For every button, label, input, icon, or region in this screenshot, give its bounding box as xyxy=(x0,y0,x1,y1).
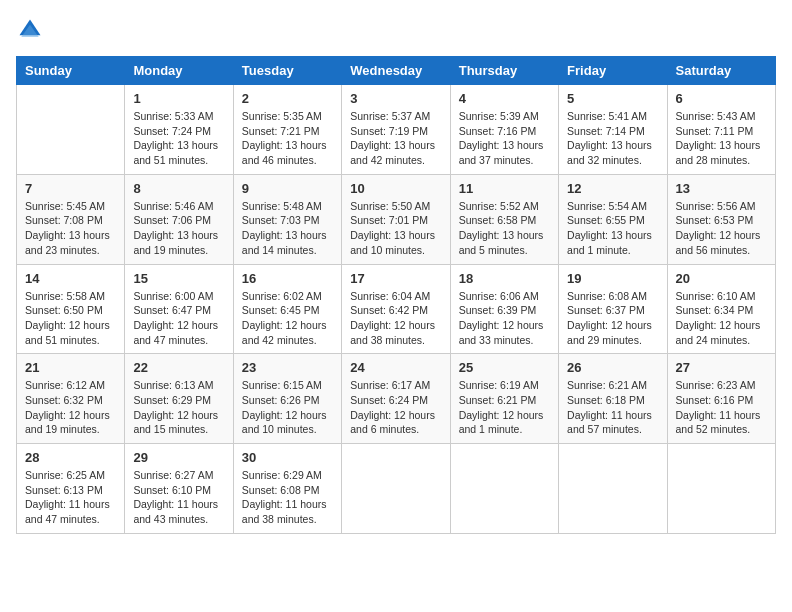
calendar-cell: 1Sunrise: 5:33 AMSunset: 7:24 PMDaylight… xyxy=(125,85,233,175)
day-info: Sunrise: 6:08 AMSunset: 6:37 PMDaylight:… xyxy=(567,289,658,348)
calendar-week-row: 21Sunrise: 6:12 AMSunset: 6:32 PMDayligh… xyxy=(17,354,776,444)
calendar-cell xyxy=(17,85,125,175)
logo-icon xyxy=(16,16,44,44)
day-info: Sunrise: 5:43 AMSunset: 7:11 PMDaylight:… xyxy=(676,109,767,168)
day-info: Sunrise: 5:54 AMSunset: 6:55 PMDaylight:… xyxy=(567,199,658,258)
calendar-cell: 26Sunrise: 6:21 AMSunset: 6:18 PMDayligh… xyxy=(559,354,667,444)
day-info: Sunrise: 5:50 AMSunset: 7:01 PMDaylight:… xyxy=(350,199,441,258)
day-info: Sunrise: 5:46 AMSunset: 7:06 PMDaylight:… xyxy=(133,199,224,258)
weekday-header-saturday: Saturday xyxy=(667,57,775,85)
calendar-week-row: 28Sunrise: 6:25 AMSunset: 6:13 PMDayligh… xyxy=(17,444,776,534)
calendar-cell: 11Sunrise: 5:52 AMSunset: 6:58 PMDayligh… xyxy=(450,174,558,264)
calendar-cell: 21Sunrise: 6:12 AMSunset: 6:32 PMDayligh… xyxy=(17,354,125,444)
day-number: 8 xyxy=(133,181,224,196)
calendar-header-row: SundayMondayTuesdayWednesdayThursdayFrid… xyxy=(17,57,776,85)
page-header xyxy=(16,16,776,44)
calendar-cell: 9Sunrise: 5:48 AMSunset: 7:03 PMDaylight… xyxy=(233,174,341,264)
day-info: Sunrise: 6:15 AMSunset: 6:26 PMDaylight:… xyxy=(242,378,333,437)
day-number: 29 xyxy=(133,450,224,465)
day-number: 16 xyxy=(242,271,333,286)
calendar-cell: 2Sunrise: 5:35 AMSunset: 7:21 PMDaylight… xyxy=(233,85,341,175)
calendar-cell: 13Sunrise: 5:56 AMSunset: 6:53 PMDayligh… xyxy=(667,174,775,264)
day-number: 20 xyxy=(676,271,767,286)
day-info: Sunrise: 5:52 AMSunset: 6:58 PMDaylight:… xyxy=(459,199,550,258)
day-number: 19 xyxy=(567,271,658,286)
day-number: 25 xyxy=(459,360,550,375)
day-info: Sunrise: 5:37 AMSunset: 7:19 PMDaylight:… xyxy=(350,109,441,168)
calendar-cell: 17Sunrise: 6:04 AMSunset: 6:42 PMDayligh… xyxy=(342,264,450,354)
day-info: Sunrise: 5:58 AMSunset: 6:50 PMDaylight:… xyxy=(25,289,116,348)
day-number: 10 xyxy=(350,181,441,196)
day-info: Sunrise: 6:19 AMSunset: 6:21 PMDaylight:… xyxy=(459,378,550,437)
day-number: 23 xyxy=(242,360,333,375)
logo xyxy=(16,16,48,44)
day-info: Sunrise: 6:02 AMSunset: 6:45 PMDaylight:… xyxy=(242,289,333,348)
weekday-header-tuesday: Tuesday xyxy=(233,57,341,85)
calendar-cell: 23Sunrise: 6:15 AMSunset: 6:26 PMDayligh… xyxy=(233,354,341,444)
calendar-cell: 6Sunrise: 5:43 AMSunset: 7:11 PMDaylight… xyxy=(667,85,775,175)
day-number: 6 xyxy=(676,91,767,106)
day-number: 5 xyxy=(567,91,658,106)
day-number: 7 xyxy=(25,181,116,196)
day-number: 26 xyxy=(567,360,658,375)
calendar-cell: 20Sunrise: 6:10 AMSunset: 6:34 PMDayligh… xyxy=(667,264,775,354)
calendar-week-row: 7Sunrise: 5:45 AMSunset: 7:08 PMDaylight… xyxy=(17,174,776,264)
day-number: 21 xyxy=(25,360,116,375)
calendar-cell xyxy=(667,444,775,534)
calendar-cell: 27Sunrise: 6:23 AMSunset: 6:16 PMDayligh… xyxy=(667,354,775,444)
day-number: 13 xyxy=(676,181,767,196)
day-number: 4 xyxy=(459,91,550,106)
day-info: Sunrise: 5:33 AMSunset: 7:24 PMDaylight:… xyxy=(133,109,224,168)
day-number: 15 xyxy=(133,271,224,286)
day-info: Sunrise: 6:00 AMSunset: 6:47 PMDaylight:… xyxy=(133,289,224,348)
calendar-table: SundayMondayTuesdayWednesdayThursdayFrid… xyxy=(16,56,776,534)
day-number: 24 xyxy=(350,360,441,375)
calendar-cell: 7Sunrise: 5:45 AMSunset: 7:08 PMDaylight… xyxy=(17,174,125,264)
day-number: 30 xyxy=(242,450,333,465)
day-info: Sunrise: 5:39 AMSunset: 7:16 PMDaylight:… xyxy=(459,109,550,168)
day-info: Sunrise: 6:10 AMSunset: 6:34 PMDaylight:… xyxy=(676,289,767,348)
day-info: Sunrise: 6:06 AMSunset: 6:39 PMDaylight:… xyxy=(459,289,550,348)
weekday-header-sunday: Sunday xyxy=(17,57,125,85)
day-number: 28 xyxy=(25,450,116,465)
day-number: 17 xyxy=(350,271,441,286)
day-info: Sunrise: 6:29 AMSunset: 6:08 PMDaylight:… xyxy=(242,468,333,527)
calendar-cell: 10Sunrise: 5:50 AMSunset: 7:01 PMDayligh… xyxy=(342,174,450,264)
weekday-header-thursday: Thursday xyxy=(450,57,558,85)
day-info: Sunrise: 6:12 AMSunset: 6:32 PMDaylight:… xyxy=(25,378,116,437)
day-number: 18 xyxy=(459,271,550,286)
calendar-cell: 8Sunrise: 5:46 AMSunset: 7:06 PMDaylight… xyxy=(125,174,233,264)
calendar-cell xyxy=(559,444,667,534)
weekday-header-friday: Friday xyxy=(559,57,667,85)
calendar-cell: 24Sunrise: 6:17 AMSunset: 6:24 PMDayligh… xyxy=(342,354,450,444)
calendar-cell: 29Sunrise: 6:27 AMSunset: 6:10 PMDayligh… xyxy=(125,444,233,534)
calendar-cell: 14Sunrise: 5:58 AMSunset: 6:50 PMDayligh… xyxy=(17,264,125,354)
day-number: 22 xyxy=(133,360,224,375)
calendar-cell: 28Sunrise: 6:25 AMSunset: 6:13 PMDayligh… xyxy=(17,444,125,534)
calendar-cell: 16Sunrise: 6:02 AMSunset: 6:45 PMDayligh… xyxy=(233,264,341,354)
weekday-header-monday: Monday xyxy=(125,57,233,85)
weekday-header-wednesday: Wednesday xyxy=(342,57,450,85)
day-info: Sunrise: 5:41 AMSunset: 7:14 PMDaylight:… xyxy=(567,109,658,168)
day-number: 1 xyxy=(133,91,224,106)
calendar-cell: 4Sunrise: 5:39 AMSunset: 7:16 PMDaylight… xyxy=(450,85,558,175)
calendar-cell: 15Sunrise: 6:00 AMSunset: 6:47 PMDayligh… xyxy=(125,264,233,354)
day-info: Sunrise: 5:48 AMSunset: 7:03 PMDaylight:… xyxy=(242,199,333,258)
day-info: Sunrise: 6:13 AMSunset: 6:29 PMDaylight:… xyxy=(133,378,224,437)
day-info: Sunrise: 5:35 AMSunset: 7:21 PMDaylight:… xyxy=(242,109,333,168)
day-number: 9 xyxy=(242,181,333,196)
day-info: Sunrise: 6:21 AMSunset: 6:18 PMDaylight:… xyxy=(567,378,658,437)
day-info: Sunrise: 5:45 AMSunset: 7:08 PMDaylight:… xyxy=(25,199,116,258)
day-info: Sunrise: 6:04 AMSunset: 6:42 PMDaylight:… xyxy=(350,289,441,348)
day-info: Sunrise: 5:56 AMSunset: 6:53 PMDaylight:… xyxy=(676,199,767,258)
calendar-cell: 22Sunrise: 6:13 AMSunset: 6:29 PMDayligh… xyxy=(125,354,233,444)
calendar-cell: 25Sunrise: 6:19 AMSunset: 6:21 PMDayligh… xyxy=(450,354,558,444)
day-info: Sunrise: 6:23 AMSunset: 6:16 PMDaylight:… xyxy=(676,378,767,437)
day-number: 2 xyxy=(242,91,333,106)
day-info: Sunrise: 6:25 AMSunset: 6:13 PMDaylight:… xyxy=(25,468,116,527)
day-number: 3 xyxy=(350,91,441,106)
day-info: Sunrise: 6:17 AMSunset: 6:24 PMDaylight:… xyxy=(350,378,441,437)
day-number: 11 xyxy=(459,181,550,196)
day-number: 27 xyxy=(676,360,767,375)
calendar-week-row: 14Sunrise: 5:58 AMSunset: 6:50 PMDayligh… xyxy=(17,264,776,354)
